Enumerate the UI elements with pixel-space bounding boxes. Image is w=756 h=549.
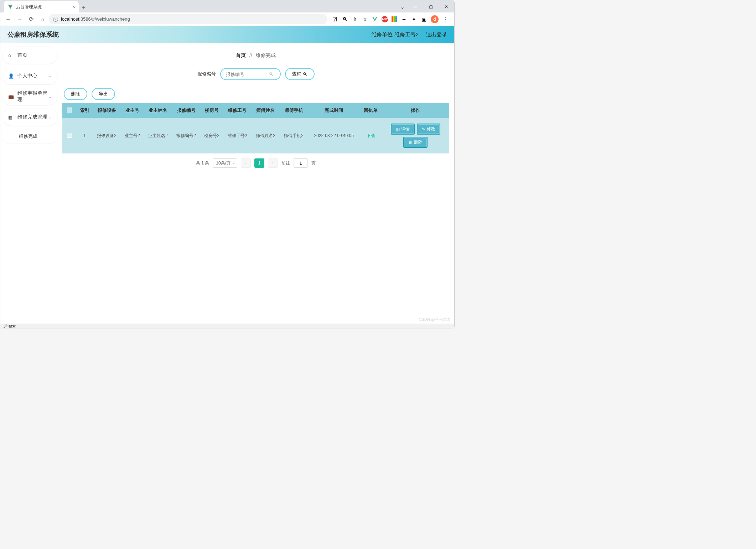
- logout-link[interactable]: 退出登录: [426, 31, 447, 38]
- cell-index: 1: [77, 118, 93, 153]
- sidebar-label-home: 首页: [17, 52, 27, 58]
- breadcrumb-home[interactable]: 首页: [236, 52, 246, 58]
- home-icon: ⌂: [8, 53, 14, 58]
- breadcrumb: 首页 // 维修完成: [62, 47, 449, 68]
- briefcase-icon: 💼: [8, 94, 14, 99]
- cell-worker-no: 维修工号2: [223, 118, 252, 153]
- th-receipt: 回执单: [360, 103, 382, 118]
- menu-dots-icon[interactable]: ⋮: [442, 16, 449, 22]
- cell-owner-no: 业主号2: [121, 118, 144, 153]
- th-device: 报修设备: [93, 103, 121, 118]
- window-maximize-icon[interactable]: ▢: [423, 2, 439, 12]
- page-size-select[interactable]: 10条/页: [213, 158, 237, 168]
- th-operate: 操作: [382, 103, 449, 118]
- url-port: :8586: [79, 16, 91, 22]
- address-bar: ← → ⟳ ⌂ i localhost:8586/#/weixiuwanchen…: [0, 12, 454, 26]
- search-label: 报修编号: [197, 71, 216, 77]
- th-owner-name: 业主姓名: [144, 103, 172, 118]
- chevron-down-icon: ⌄: [48, 115, 52, 120]
- browser-titlebar: 后台管理系统 × + ⌄ — ▢ ✕: [0, 0, 454, 12]
- pager-page-1[interactable]: 1: [254, 158, 264, 168]
- sidebar-item-repair-mgmt[interactable]: 💼 维修申报单管理 ⌄: [2, 88, 57, 105]
- query-button-label: 查询: [292, 71, 301, 77]
- window-close-icon[interactable]: ✕: [439, 2, 454, 12]
- grid-icon: ▦: [8, 115, 14, 120]
- pager-goto-label: 前往: [281, 160, 290, 166]
- rainbow-ext-icon[interactable]: [392, 16, 397, 22]
- home-button-browser[interactable]: ⌂: [37, 14, 47, 24]
- pager-next[interactable]: ›: [268, 158, 278, 168]
- key-icon[interactable]: ⚿: [332, 16, 338, 22]
- export-button[interactable]: 导出: [92, 88, 115, 100]
- main-content: 首页 // 维修完成 报修编号 🔍︎ 查询 🔍︎ 删除: [57, 43, 454, 329]
- th-repair-no: 报修编号: [172, 103, 200, 118]
- tab-dropdown-icon[interactable]: ⌄: [397, 4, 407, 10]
- delete-button[interactable]: 删除: [64, 88, 87, 100]
- sidebar-label-personal: 个人中心: [17, 73, 37, 79]
- sidebar-subitem-complete[interactable]: 维修完成: [2, 129, 57, 143]
- search-input-wrapper: 🔍︎: [220, 68, 281, 80]
- repair-no-input[interactable]: [226, 72, 269, 77]
- th-finish-time: 完成时间: [308, 103, 360, 118]
- app-title: 公廉租房维保系统: [7, 30, 59, 39]
- user-icon: 👤: [8, 73, 14, 79]
- chevron-down-icon: ⌄: [48, 94, 52, 99]
- pager-prev[interactable]: ‹: [241, 158, 251, 168]
- tab-close-icon[interactable]: ×: [72, 4, 75, 10]
- pagination: 共 1 条 10条/页 ‹ 1 › 前往 页: [62, 158, 449, 168]
- tab-title: 后台管理系统: [16, 4, 42, 10]
- header-user-info[interactable]: 维修单位 维修工号2: [371, 31, 419, 38]
- chevron-down-icon: ⌄: [48, 74, 52, 78]
- forward-button[interactable]: →: [15, 14, 25, 24]
- search-icon[interactable]: 🔍︎: [342, 16, 348, 22]
- taskbar-search[interactable]: 🔎 搜索: [3, 324, 16, 329]
- pager-goto-input[interactable]: [294, 158, 308, 168]
- pager-page-suffix: 页: [311, 160, 316, 166]
- data-table: 索引 报修设备 业主号 业主姓名 报修编号 楼房号 维修工号 师傅姓名 师傅手机…: [62, 103, 449, 153]
- url-path: /#/weixiuwancheng: [91, 16, 130, 22]
- edit-button[interactable]: ✎修改: [417, 124, 440, 135]
- profile-avatar[interactable]: d: [431, 15, 439, 23]
- cell-repair-no: 报修编号2: [172, 118, 200, 153]
- th-master-phone: 师傅手机: [280, 103, 308, 118]
- wave-background: [57, 172, 442, 329]
- vue-devtools-icon[interactable]: [372, 16, 378, 22]
- window-minimize-icon[interactable]: —: [407, 2, 423, 12]
- window-icon[interactable]: ▣: [421, 16, 427, 22]
- abp-icon[interactable]: ABP: [382, 16, 388, 22]
- download-link[interactable]: 下载: [367, 133, 375, 138]
- sidebar-item-personal[interactable]: 👤 个人中心 ⌄: [2, 67, 57, 84]
- sidebar-sub-label: 维修完成: [19, 133, 37, 140]
- search-field-icon: 🔍︎: [269, 72, 274, 77]
- check-all[interactable]: [67, 108, 72, 113]
- sidebar: ⌂ 首页 👤 个人中心 ⌄ 💼 维修申报单管理 ⌄ ▦ 维修完成管理 ⌄: [0, 43, 57, 329]
- row-checkbox[interactable]: [67, 133, 72, 138]
- cell-master-name: 师傅姓名2: [252, 118, 280, 153]
- taskbar: 🔎 搜索: [0, 324, 454, 329]
- cell-finish-time: 2022-03-22 09:40:05: [308, 118, 360, 153]
- puzzle-icon[interactable]: ✦: [411, 16, 417, 22]
- sidebar-item-complete-mgmt[interactable]: ▦ 维修完成管理 ⌄: [2, 109, 57, 126]
- ext-icon-dark[interactable]: ▪▪: [401, 16, 407, 22]
- url-host: localhost: [61, 16, 79, 22]
- back-button[interactable]: ←: [3, 14, 13, 24]
- vue-favicon: [7, 4, 13, 10]
- reload-button[interactable]: ⟳: [26, 14, 36, 24]
- url-input[interactable]: i localhost:8586/#/weixiuwancheng: [49, 14, 327, 24]
- trash-icon: 🗑: [408, 140, 413, 145]
- site-info-icon[interactable]: i: [53, 17, 58, 22]
- app-header: 公廉租房维保系统 维修单位 维修工号2 退出登录: [0, 26, 454, 43]
- row-delete-button[interactable]: 🗑删除: [403, 137, 428, 148]
- browser-tab[interactable]: 后台管理系统 ×: [4, 1, 79, 12]
- cell-owner-name: 业主姓名2: [144, 118, 172, 153]
- share-icon[interactable]: ⇧: [352, 16, 358, 22]
- detail-button[interactable]: ▥详情: [391, 124, 415, 135]
- query-button[interactable]: 查询 🔍︎: [285, 68, 315, 80]
- star-icon[interactable]: ☆: [362, 16, 368, 22]
- th-owner-no: 业主号: [121, 103, 144, 118]
- new-tab-button[interactable]: +: [79, 2, 89, 12]
- sidebar-item-home[interactable]: ⌂ 首页: [2, 47, 57, 64]
- sidebar-label-repair: 维修申报单管理: [17, 90, 48, 103]
- magnify-icon: 🔍︎: [303, 72, 307, 77]
- edit-icon: ✎: [422, 127, 425, 132]
